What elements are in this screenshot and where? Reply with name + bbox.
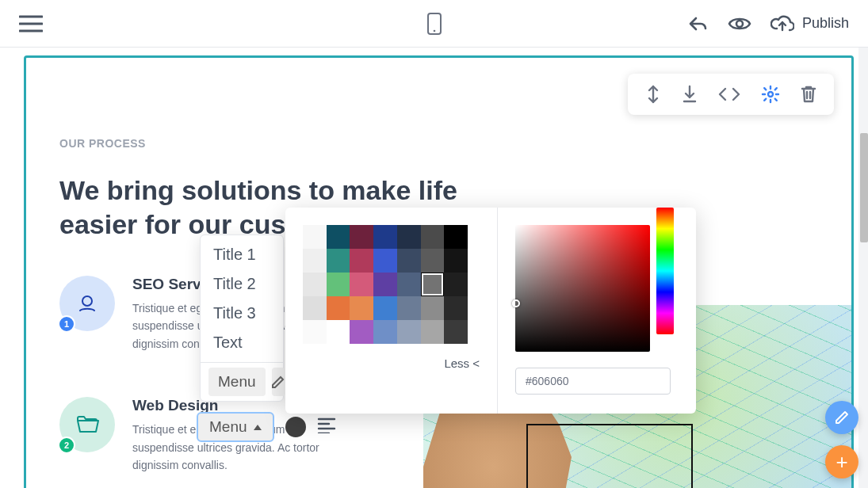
text-style-menu-button[interactable]: Menu [208, 368, 266, 396]
service-badge: 1 [58, 315, 75, 333]
palette-swatch[interactable] [397, 296, 421, 320]
palette-swatch[interactable] [421, 296, 445, 320]
palette-swatch[interactable] [327, 225, 350, 249]
settings-gear-icon[interactable] [761, 85, 780, 104]
palette-swatch[interactable] [350, 296, 373, 320]
palette-swatch[interactable] [350, 320, 373, 344]
palette-swatch[interactable] [444, 249, 468, 273]
delete-trash-icon[interactable] [801, 85, 816, 104]
palette-swatch[interactable] [350, 273, 373, 296]
palette-swatch[interactable] [444, 320, 468, 344]
less-button[interactable]: Less < [303, 356, 480, 370]
svg-point-5 [736, 21, 743, 27]
format-menu-button[interactable]: Menu [197, 412, 274, 442]
palette-swatch[interactable] [350, 225, 373, 249]
text-style-option[interactable]: Title 1 [201, 240, 283, 269]
fab-edit-button[interactable] [825, 401, 858, 434]
section-toolbar [628, 74, 834, 115]
palette-swatch[interactable] [373, 273, 397, 296]
chevron-up-icon [254, 425, 262, 430]
palette-swatch[interactable] [444, 273, 468, 296]
palette-swatch[interactable] [444, 296, 468, 320]
svg-point-7 [82, 296, 92, 306]
hex-input[interactable] [515, 368, 671, 395]
sv-thumb[interactable] [512, 299, 520, 307]
palette-swatch[interactable] [373, 320, 397, 344]
palette-swatch[interactable] [303, 225, 327, 249]
palette-swatch[interactable] [397, 225, 421, 249]
publish-label: Publish [802, 15, 849, 32]
text-style-option[interactable]: Text [201, 328, 283, 357]
download-icon[interactable] [682, 85, 698, 104]
palette-swatch[interactable] [303, 320, 327, 344]
preview-eye-icon[interactable] [728, 15, 751, 32]
svg-point-4 [433, 29, 435, 32]
palette-swatch[interactable] [397, 273, 421, 296]
palette-swatch[interactable] [373, 249, 397, 273]
code-icon[interactable] [718, 85, 740, 104]
format-menu-label: Menu [209, 418, 247, 436]
pencil-icon[interactable] [272, 368, 285, 396]
fab-column: + [825, 401, 858, 478]
palette-swatch[interactable] [303, 296, 327, 320]
svg-point-6 [768, 92, 773, 97]
palette-swatch[interactable] [421, 273, 445, 296]
hue-slider[interactable] [656, 208, 674, 334]
text-style-dropdown: Title 1Title 2Title 3TextMenu [200, 234, 284, 402]
palette-swatch[interactable] [327, 320, 350, 344]
text-style-option[interactable]: Title 3 [201, 299, 283, 328]
hamburger-icon[interactable] [19, 15, 43, 32]
service-badge: 2 [58, 437, 75, 454]
inline-format-bar: Menu [197, 412, 336, 442]
saturation-value-area[interactable] [515, 225, 650, 352]
palette-swatch[interactable] [350, 249, 373, 273]
service-icon: 1 [59, 276, 115, 331]
undo-icon[interactable] [686, 14, 709, 33]
text-style-option[interactable]: Title 2 [201, 269, 283, 299]
palette-swatch[interactable] [397, 320, 421, 344]
palette-swatch[interactable] [421, 249, 445, 273]
palette-grid [303, 225, 468, 344]
palette-swatch[interactable] [303, 273, 327, 296]
palette-swatch[interactable] [373, 296, 397, 320]
eyebrow-text[interactable]: OUR PROCESS [59, 137, 818, 150]
palette-swatch[interactable] [327, 249, 350, 273]
scroll-track [858, 48, 868, 488]
color-picker-popover: Less < [285, 208, 696, 414]
align-left-icon[interactable] [317, 417, 336, 437]
palette-swatch[interactable] [421, 225, 445, 249]
publish-button[interactable]: Publish [770, 14, 849, 33]
palette-swatch[interactable] [397, 249, 421, 273]
top-bar: Publish [0, 0, 868, 48]
palette-swatch[interactable] [421, 320, 445, 344]
scrollbar-thumb[interactable] [860, 133, 868, 242]
palette-swatch[interactable] [303, 249, 327, 273]
palette-swatch[interactable] [373, 225, 397, 249]
move-vertical-icon[interactable] [645, 85, 661, 104]
palette-swatch[interactable] [327, 296, 350, 320]
service-icon: 2 [59, 397, 115, 452]
palette-swatch[interactable] [327, 273, 350, 296]
palette-swatch[interactable] [444, 225, 468, 249]
color-swatch-button[interactable] [285, 417, 306, 437]
fab-add-button[interactable]: + [825, 445, 858, 478]
mobile-preview-icon[interactable] [426, 12, 442, 36]
